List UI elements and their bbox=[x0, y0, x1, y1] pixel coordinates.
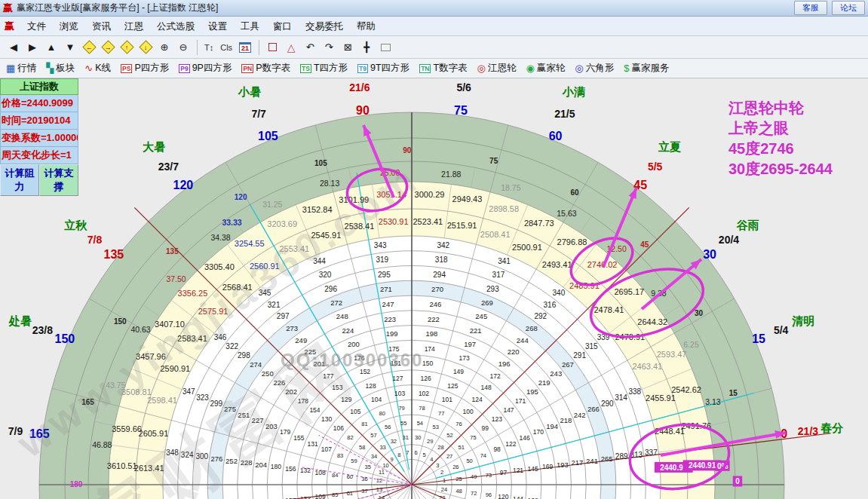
view-button-K线[interactable]: ∿K线 bbox=[84, 62, 111, 75]
diamond-down-icon[interactable]: ↓ bbox=[136, 39, 155, 56]
zoom-in-icon[interactable]: ⊕ bbox=[155, 39, 173, 56]
zoom-out-icon[interactable]: ⊖ bbox=[174, 39, 192, 56]
menu-3[interactable]: 江恩 bbox=[118, 20, 150, 33]
wheel-value: 2898.58 bbox=[489, 204, 519, 213]
wheel-value: 150 bbox=[114, 317, 127, 326]
wheel-value: 218 bbox=[560, 416, 572, 424]
toolbar-separator bbox=[197, 40, 198, 55]
view-button-江恩轮[interactable]: ◎江恩轮 bbox=[477, 62, 517, 75]
wheel-value: 274 bbox=[250, 360, 262, 369]
view-button-行情[interactable]: ▦行情 bbox=[6, 62, 36, 75]
app-logo-icon: 赢 bbox=[3, 2, 13, 15]
ps-badge-icon: PS bbox=[121, 64, 132, 73]
wheel-value: 15 bbox=[729, 389, 738, 397]
wheel-value: 28.13 bbox=[320, 179, 339, 188]
menu-2[interactable]: 资讯 bbox=[85, 20, 118, 33]
nav-down-icon[interactable]: ▼ bbox=[61, 39, 79, 56]
diamond-up-icon[interactable]: ↑ bbox=[118, 39, 136, 56]
red-square-icon[interactable] bbox=[263, 39, 281, 56]
nav-left-icon[interactable]: ◀ bbox=[5, 39, 23, 56]
wheel-value: 268 bbox=[526, 324, 538, 332]
t-range-icon[interactable]: T↕ bbox=[201, 39, 216, 56]
wheel-value: 97 bbox=[500, 469, 508, 476]
diamond-left-icon[interactable]: ← bbox=[80, 39, 98, 56]
whiteboard-icon[interactable] bbox=[376, 39, 394, 56]
view-button-六角形[interactable]: ◎六角形 bbox=[575, 62, 614, 75]
rotate-cw-icon[interactable]: ↷ bbox=[320, 39, 338, 56]
wheel-value: 270 bbox=[431, 285, 443, 293]
wheel-value: 5/5 bbox=[648, 161, 663, 173]
wheel-value: 318 bbox=[435, 256, 448, 264]
wheel-value: 146 bbox=[520, 434, 530, 442]
wheel-value: 126 bbox=[420, 375, 431, 382]
wheel-value: 21/5 bbox=[554, 108, 575, 120]
window-title: 赢家江恩专业版[赢家服务平台] - [上证指数 江恩轮] bbox=[17, 2, 790, 14]
wheel-value: 321 bbox=[268, 301, 281, 309]
crosshair-icon[interactable]: ╋ bbox=[357, 39, 376, 56]
nav-right-icon[interactable]: ▶ bbox=[23, 39, 41, 56]
view-button-板块[interactable]: ▚板块 bbox=[46, 62, 75, 75]
hexagon-icon: ◎ bbox=[575, 63, 583, 73]
view-label: K线 bbox=[95, 62, 111, 75]
calc-support-button[interactable]: 计算支撑 bbox=[39, 164, 78, 196]
wheel-value: 立秋 bbox=[63, 219, 87, 231]
menu-4[interactable]: 公式选股 bbox=[150, 20, 201, 33]
wheel-value: 221 bbox=[470, 326, 482, 335]
menu-6[interactable]: 工具 bbox=[234, 20, 266, 33]
wheel-value: 18.75 bbox=[501, 183, 520, 192]
menu-0[interactable]: 文件 bbox=[20, 20, 53, 33]
wheel-value: 83 bbox=[337, 452, 343, 459]
wheel-value: 4 bbox=[430, 456, 433, 463]
view-button-P数字表[interactable]: PNP数字表 bbox=[241, 62, 290, 75]
cls-button[interactable]: Cls bbox=[217, 39, 235, 56]
wheel-value: 297 bbox=[277, 312, 290, 320]
calendar-21-icon[interactable]: 21 bbox=[236, 39, 254, 56]
wheel-value: 145 bbox=[528, 465, 538, 473]
rotate-ccw-icon[interactable]: ↶ bbox=[301, 39, 319, 56]
view-button-赢家轮[interactable]: ◉赢家轮 bbox=[526, 62, 565, 75]
wheel-value: 45 bbox=[640, 240, 649, 249]
wheel-value: 立夏 bbox=[658, 140, 681, 153]
wheel-value: 14 bbox=[379, 494, 385, 499]
wheel-value: 120 bbox=[235, 193, 247, 201]
menu-7[interactable]: 窗口 bbox=[266, 20, 299, 33]
menu-8[interactable]: 交易委托 bbox=[299, 20, 350, 33]
p9-badge-icon: P9 bbox=[179, 64, 189, 73]
wheel-value: 清明 bbox=[791, 314, 814, 327]
index-name: 上证指数 bbox=[0, 78, 78, 95]
menu-5[interactable]: 设置 bbox=[201, 20, 234, 33]
wheel-value: 72 bbox=[471, 490, 477, 497]
view-button-赢家服务[interactable]: $赢家服务 bbox=[624, 62, 669, 75]
red-triangle-icon[interactable]: △ bbox=[282, 39, 300, 56]
view-label: 赢家轮 bbox=[537, 62, 566, 75]
wheel-value: 2478.41 bbox=[594, 305, 624, 314]
diamond-right-icon[interactable]: → bbox=[99, 39, 117, 56]
toolbar-main: ◀▶▲▼←→↑↓⊕⊖T↕Cls21△↶↷⊠╋ bbox=[0, 36, 868, 59]
view-button-T四方形[interactable]: TST四方形 bbox=[300, 62, 348, 75]
wheel-value: 2847.73 bbox=[524, 219, 554, 228]
wheel-value: 大暑 bbox=[143, 140, 165, 153]
wheel-value: 272 bbox=[330, 298, 342, 307]
select-box-icon[interactable]: ⊠ bbox=[339, 39, 357, 56]
wheel-value: 2523.41 bbox=[413, 217, 443, 226]
view-button-9P四方形[interactable]: P99P四方形 bbox=[179, 62, 232, 75]
wheel-value: 247 bbox=[382, 300, 394, 308]
wheel-value: 谷雨 bbox=[736, 219, 759, 231]
menu-9[interactable]: 帮助 bbox=[350, 20, 382, 33]
customer-service-button[interactable]: 客服 bbox=[794, 1, 827, 15]
wheel-value: 341 bbox=[498, 257, 511, 265]
wheel-value: 172 bbox=[490, 372, 501, 380]
wheel-value: 2644.32 bbox=[637, 317, 667, 326]
menu-1[interactable]: 浏览 bbox=[53, 20, 85, 33]
wheel-value: 81 bbox=[361, 421, 367, 427]
wheel-value: 处暑 bbox=[8, 314, 32, 327]
forum-button[interactable]: 论坛 bbox=[832, 1, 865, 15]
nav-up-icon[interactable]: ▲ bbox=[42, 39, 60, 56]
wheel-workspace: 1530456075901051201351501651803.136.259.… bbox=[0, 78, 868, 499]
view-button-9T四方形[interactable]: T99T四方形 bbox=[357, 62, 409, 75]
wheel-value: 24 bbox=[441, 486, 447, 493]
calc-resistance-button[interactable]: 计算阻力 bbox=[0, 164, 39, 196]
panel-row-3: 周天变化步长=1 bbox=[0, 147, 78, 164]
view-button-P四方形[interactable]: PSP四方形 bbox=[121, 62, 169, 75]
view-button-T数字表[interactable]: TNT数字表 bbox=[419, 62, 467, 75]
